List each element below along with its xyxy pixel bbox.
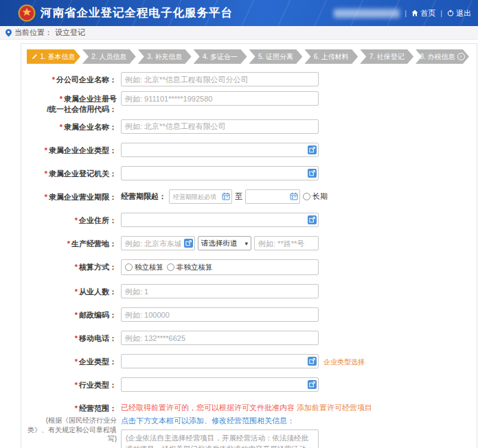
accounting-non-independent-radio[interactable]: 非独立核算: [167, 263, 213, 272]
step-tab-cert-separation[interactable]: 5. 证照分离: [249, 49, 303, 64]
industry-type-input[interactable]: [121, 377, 319, 392]
step-tab-social-security[interactable]: 7. 社保登记: [360, 49, 413, 64]
mobile-input[interactable]: [121, 331, 319, 345]
picker-icon[interactable]: [308, 169, 317, 178]
power-icon: [447, 10, 454, 16]
logout-link[interactable]: 退出: [447, 8, 471, 19]
employees-input[interactable]: [121, 284, 319, 298]
main-panel: 1. 基本信息 2. 人员信息 3. 补充信息 4. 多证合一 5. 证照分离 …: [21, 43, 477, 448]
home-icon: [411, 10, 418, 16]
parent-type-input[interactable]: [121, 143, 319, 157]
street-select[interactable]: 请选择街道 ▾: [198, 236, 251, 250]
step-tab-multi-cert[interactable]: 4. 多证合一: [194, 49, 247, 64]
term-longterm-radio[interactable]: 长期: [303, 191, 328, 202]
branch-name-input[interactable]: [121, 72, 319, 86]
step-tab-tax-info[interactable]: 8. 办税信息 ›: [416, 49, 469, 64]
picker-icon[interactable]: [308, 145, 317, 154]
app-header: 河南省企业登记全程电子化服务平台 | 首页 | 退出: [0, 0, 478, 26]
brand: 河南省企业登记全程电子化服务平台: [18, 4, 233, 22]
step-tab-upload-materials[interactable]: 6. 上传材料: [304, 49, 358, 64]
scope-tip-text: 点击下方文本框可以添加、修改经营范围相关信息：: [121, 416, 464, 426]
business-scope-textarea[interactable]: (企业依法自主选择经营项目，开展经营活动：依法须经批准的项目，经相关部门批准后依…: [121, 429, 319, 448]
parent-code-input[interactable]: [121, 91, 319, 106]
national-emblem-icon: [18, 4, 36, 22]
address-input[interactable]: [121, 213, 319, 227]
home-link[interactable]: 首页: [411, 8, 435, 19]
breadcrumb: 当前位置： 设立登记: [0, 26, 478, 40]
picker-icon[interactable]: [308, 357, 317, 366]
scope-warning-text: 已经取得前置许可的，您可以根据许可文件批准内容 添加前置许可经营项目: [121, 403, 464, 413]
parent-name-input[interactable]: [121, 119, 319, 134]
operation-detail-input[interactable]: [254, 236, 319, 250]
company-type-select-link[interactable]: 企业类型选择: [323, 357, 365, 367]
step-tab-basic-info[interactable]: 1. 基本信息: [27, 49, 80, 64]
breadcrumb-value: 设立登记: [55, 27, 85, 38]
picker-icon[interactable]: [184, 239, 193, 248]
step-tab-personnel-info[interactable]: 2. 人员信息: [82, 49, 136, 64]
chevron-down-icon: ▾: [244, 240, 248, 247]
chevron-right-circle-icon: ›: [457, 53, 465, 60]
step-tabs: 1. 基本信息 2. 人员信息 3. 补充信息 4. 多证合一 5. 证照分离 …: [27, 49, 471, 64]
location-pin-icon: [5, 29, 12, 37]
calendar-icon[interactable]: [222, 192, 230, 200]
header-nav: | 首页 | 退出: [334, 8, 471, 19]
picker-icon[interactable]: [308, 380, 317, 389]
pencil-icon: [32, 54, 38, 60]
user-name-blurred: [334, 9, 400, 18]
business-scope-note: (根据《国民经济行业分类》、有关规定和公司章程填写): [26, 416, 117, 444]
picker-icon[interactable]: [308, 215, 317, 224]
parent-reg-authority-input[interactable]: [121, 166, 319, 180]
step-tab-supplement-info[interactable]: 3. 补充信息: [138, 49, 192, 64]
breadcrumb-label: 当前位置：: [14, 27, 52, 38]
company-type-input[interactable]: [121, 354, 319, 368]
basic-info-form: *分公司企业名称： *隶属企业注册号 /统一社会信用代码： *隶属企业名称： *…: [26, 72, 472, 448]
page-title: 河南省企业登记全程电子化服务平台: [41, 5, 233, 21]
postcode-input[interactable]: [121, 307, 319, 322]
accounting-independent-radio[interactable]: 独立核算: [125, 263, 163, 272]
add-pre-permit-link[interactable]: 添加前置许可经营项目: [297, 403, 372, 412]
calendar-icon[interactable]: [290, 192, 298, 200]
